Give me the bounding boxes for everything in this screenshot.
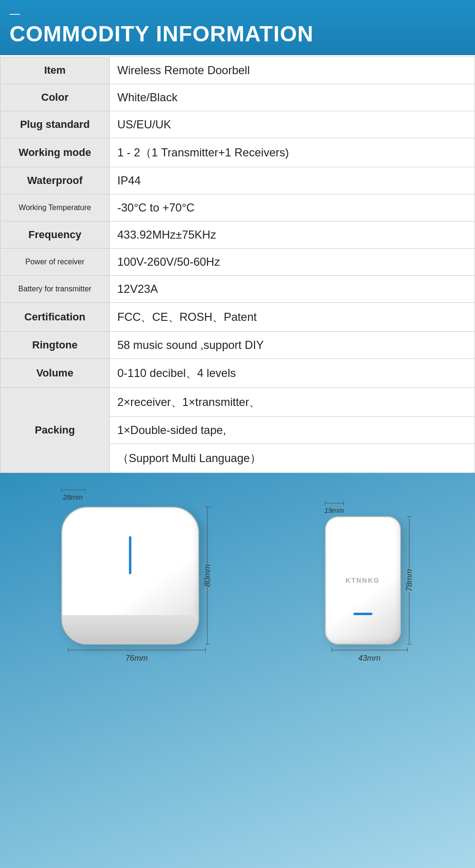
table-row: Battery for transmitter12V23A <box>0 276 475 303</box>
packing-value-1: 2×receiver、1×transmitter、 <box>110 388 475 417</box>
receiver-height-label: 80mm <box>203 564 212 587</box>
receiver-device: KTNNKG <box>61 507 199 645</box>
row-label: Certification <box>0 303 110 332</box>
transmitter-device: KTNNKG <box>325 516 401 645</box>
table-row: WaterproofIP44 <box>0 167 475 194</box>
row-value: -30°C to +70°C <box>110 194 475 222</box>
table-row: ColorWhite/Black <box>0 84 475 111</box>
row-label: Color <box>0 84 110 111</box>
row-label: Power of receiver <box>0 249 110 276</box>
table-row: Working mode1 - 2（1 Transmitter+1 Receiv… <box>0 138 475 167</box>
receiver-stripe <box>129 536 131 574</box>
row-value: 433.92MHz±75KHz <box>110 222 475 249</box>
page-title: COMMODITY INFORMATION <box>10 21 466 47</box>
row-value: IP44 <box>110 167 475 194</box>
row-value: FCC、CE、ROSH、Patent <box>110 303 475 332</box>
row-value: Wireless Remote Doorbell <box>110 57 475 84</box>
row-label: Ringtone <box>0 332 110 359</box>
table-row: Ringtone58 music sound ,support DIY <box>0 332 475 359</box>
devices-diagram: 28mm KTNNKG 80mm <box>0 473 475 663</box>
header-section: — COMMODITY INFORMATION <box>0 0 475 57</box>
row-label: Working mode <box>0 138 110 167</box>
packing-value-2: 1×Double-sided tape, <box>110 417 475 444</box>
header-dash: — <box>10 9 466 19</box>
row-value: 1 - 2（1 Transmitter+1 Receivers) <box>110 138 475 167</box>
row-value: US/EU/UK <box>110 111 475 138</box>
table-row-packing-1: Packing2×receiver、1×transmitter、 <box>0 388 475 417</box>
transmitter-stripe <box>353 613 372 615</box>
commodity-table: ItemWireless Remote DoorbellColorWhite/B… <box>0 57 475 473</box>
table-row: Frequency433.92MHz±75KHz <box>0 222 475 249</box>
receiver-height-indicator: 80mm <box>203 507 212 645</box>
row-label: Plug standard <box>0 111 110 138</box>
row-value: 0-110 decibel、4 levels <box>110 359 475 388</box>
table-row: Power of receiver100V-260V/50-60Hz <box>0 249 475 276</box>
table-row: ItemWireless Remote Doorbell <box>0 57 475 84</box>
transmitter-block: 19mm KTNNKG 78mm <box>325 501 414 663</box>
receiver-bottom <box>62 615 198 644</box>
transmitter-depth-label: 19mm <box>324 506 344 514</box>
table-row: Plug standardUS/EU/UK <box>0 111 475 138</box>
receiver-depth-label: 28mm <box>63 493 83 501</box>
row-value: 100V-260V/50-60Hz <box>110 249 475 276</box>
table-row: Working Temperature-30°C to +70°C <box>0 194 475 222</box>
row-label: Frequency <box>0 222 110 249</box>
transmitter-width-label: 43mm <box>358 654 380 663</box>
table-row: CertificationFCC、CE、ROSH、Patent <box>0 303 475 332</box>
row-label: Volume <box>0 359 110 388</box>
transmitter-height-indicator: 78mm <box>405 516 414 645</box>
receiver-block: 28mm KTNNKG 80mm <box>61 487 212 663</box>
row-label: Waterproof <box>0 167 110 194</box>
packing-value-3: （Support Multi Language） <box>110 444 475 473</box>
receiver-width-label: 76mm <box>125 654 148 663</box>
row-value: White/Black <box>110 84 475 111</box>
commodity-table-section: ItemWireless Remote DoorbellColorWhite/B… <box>0 57 475 473</box>
row-value: 12V23A <box>110 276 475 303</box>
transmitter-brand: KTNNKG <box>346 577 380 584</box>
row-value: 58 music sound ,support DIY <box>110 332 475 359</box>
table-row: Volume0-110 decibel、4 levels <box>0 359 475 388</box>
row-label: Working Temperature <box>0 194 110 222</box>
transmitter-height-label: 78mm <box>405 569 414 591</box>
packing-label: Packing <box>0 388 110 473</box>
row-label: Item <box>0 57 110 84</box>
row-label: Battery for transmitter <box>0 276 110 303</box>
